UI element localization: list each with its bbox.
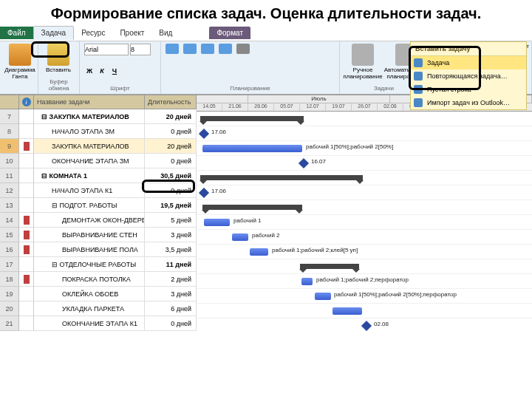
task-name-cell[interactable]: ⊟ ПОДГОТ. РАБОТЫ bbox=[34, 198, 145, 212]
duration-cell[interactable]: 2 дней bbox=[145, 272, 197, 286]
task-bar[interactable] bbox=[332, 307, 362, 315]
duration-cell[interactable]: 6 дней bbox=[145, 301, 197, 316]
task-bar[interactable] bbox=[232, 233, 248, 241]
task-row[interactable]: ВЫРАВНИВАНИЕ ПОЛА3,5 дней bbox=[34, 242, 197, 257]
row-number[interactable]: 16 bbox=[0, 242, 19, 257]
task-name-cell[interactable]: ЗАКУПКА МАТЕРИАЛОВ bbox=[34, 139, 145, 153]
task-bar[interactable] bbox=[202, 145, 302, 152]
row-number[interactable]: 9 bbox=[0, 139, 19, 154]
tab-format[interactable]: Формат bbox=[209, 27, 250, 39]
font-name-select[interactable] bbox=[84, 44, 129, 55]
menu-item-blank[interactable]: Пустая строка bbox=[411, 83, 526, 96]
menu-item-recurring[interactable]: Повторяющаяся задача… bbox=[411, 69, 526, 83]
tab-view[interactable]: Вид bbox=[151, 27, 180, 39]
tab-project[interactable]: Проект bbox=[112, 27, 151, 39]
task-row[interactable]: ЗАКУПКА МАТЕРИАЛОВ20 дней bbox=[34, 139, 197, 154]
task-name-cell[interactable]: ДЕМОНТАЖ ОКОН-ДВЕРЕЙ bbox=[34, 213, 145, 227]
task-name-cell[interactable]: УКЛАДКА ПАРКЕТА bbox=[34, 301, 145, 316]
row-number[interactable]: 10 bbox=[0, 154, 19, 168]
summary-bar[interactable] bbox=[202, 205, 302, 210]
task-row[interactable]: НАЧАЛО ЭТАПА К10 дней bbox=[34, 183, 197, 198]
task-row[interactable]: ⊟ КОМНАТА 130,5 дней bbox=[34, 168, 197, 183]
font-size-select[interactable] bbox=[130, 44, 151, 55]
task-row[interactable]: ОКОНЧАНИЕ ЭТАПА К10 дней bbox=[34, 316, 197, 331]
summary-bar[interactable] bbox=[200, 116, 304, 121]
task-row[interactable]: ⊟ ОТДЕЛОЧНЫЕ РАБОТЫ11 дней bbox=[34, 257, 197, 272]
menu-item-task[interactable]: Задача bbox=[411, 56, 526, 69]
row-number[interactable]: 19 bbox=[0, 287, 19, 301]
task-bar[interactable] bbox=[250, 248, 268, 256]
task-name-cell[interactable]: ВЫРАВНИВАНИЕ СТЕН bbox=[34, 228, 145, 242]
milestone[interactable] bbox=[361, 321, 372, 331]
task-name-cell[interactable]: ⊟ ОТДЕЛОЧНЫЕ РАБОТЫ bbox=[34, 257, 145, 271]
duration-cell[interactable]: 20 дней bbox=[145, 139, 197, 153]
col-header-name[interactable]: Название задачи bbox=[34, 95, 145, 109]
tab-resource[interactable]: Ресурс bbox=[74, 27, 112, 39]
duration-cell[interactable]: 3 дней bbox=[145, 287, 197, 301]
milestone[interactable] bbox=[299, 158, 309, 168]
row-number[interactable]: 8 bbox=[0, 124, 19, 139]
summary-bar[interactable] bbox=[200, 175, 363, 180]
gantt-chart-button[interactable]: Диаграмма Ганта bbox=[4, 44, 35, 81]
duration-cell[interactable]: 5 дней bbox=[145, 213, 197, 227]
task-name-cell[interactable]: ВЫРАВНИВАНИЕ ПОЛА bbox=[34, 242, 145, 256]
milestone[interactable] bbox=[199, 188, 209, 198]
task-row[interactable]: НАЧАЛО ЭТАПА ЗМ0 дней bbox=[34, 124, 197, 139]
italic-button[interactable]: К bbox=[97, 66, 107, 77]
duration-cell[interactable]: 3 дней bbox=[145, 228, 197, 242]
task-row[interactable]: ВЫРАВНИВАНИЕ СТЕН3 дней bbox=[34, 228, 197, 242]
row-number[interactable]: 20 bbox=[0, 301, 19, 316]
task-bar[interactable] bbox=[315, 293, 331, 300]
row-number[interactable]: 13 bbox=[0, 198, 19, 213]
task-row[interactable]: ⊟ ПОДГОТ. РАБОТЫ19,5 дней bbox=[34, 198, 197, 213]
row-number[interactable]: 7 bbox=[0, 109, 19, 124]
duration-cell[interactable]: 3,5 дней bbox=[145, 242, 197, 256]
summary-bar[interactable] bbox=[300, 264, 359, 269]
indent-75-icon[interactable] bbox=[219, 44, 232, 54]
task-row[interactable]: ОКОНЧАНИЕ ЭТАПА ЗМ0 дней bbox=[34, 154, 197, 168]
duration-cell[interactable]: 20 дней bbox=[145, 109, 197, 123]
row-number[interactable]: 21 bbox=[0, 316, 19, 331]
tab-task[interactable]: Задача bbox=[33, 26, 75, 40]
task-name-cell[interactable]: ПОКРАСКА ПОТОЛКА bbox=[34, 272, 145, 286]
duration-cell[interactable]: 0 дней bbox=[145, 154, 197, 168]
link-icon[interactable] bbox=[236, 44, 250, 54]
task-bar[interactable] bbox=[301, 278, 313, 285]
row-number[interactable]: 17 bbox=[0, 257, 19, 272]
milestone[interactable] bbox=[199, 129, 209, 139]
task-row[interactable]: ДЕМОНТАЖ ОКОН-ДВЕРЕЙ5 дней bbox=[34, 213, 197, 228]
task-name-cell[interactable]: ОКОНЧАНИЕ ЭТАПА ЗМ bbox=[34, 154, 145, 168]
underline-button[interactable]: Ч bbox=[109, 66, 120, 77]
gantt-chart-area[interactable]: ИюльАвгуст 14.0521.0628.0605.0712.0719.0… bbox=[197, 95, 532, 331]
paste-button[interactable]: Вставить bbox=[43, 44, 74, 74]
col-header-duration[interactable]: Длительность bbox=[145, 95, 197, 109]
manual-schedule-button[interactable]: Ручное планирование bbox=[344, 44, 381, 81]
duration-cell[interactable]: 0 дней bbox=[145, 124, 197, 138]
task-row[interactable]: ПОКРАСКА ПОТОЛКА2 дней bbox=[34, 272, 197, 287]
task-name-cell[interactable]: ОКОНЧАНИЕ ЭТАПА К1 bbox=[34, 316, 145, 330]
task-name-cell[interactable]: НАЧАЛО ЭТАПА ЗМ bbox=[34, 124, 145, 138]
duration-cell[interactable]: 0 дней bbox=[145, 316, 197, 330]
task-name-cell[interactable]: ⊟ КОМНАТА 1 bbox=[34, 168, 145, 183]
tab-file[interactable]: Файл bbox=[0, 27, 33, 39]
row-number[interactable]: 11 bbox=[0, 168, 19, 183]
row-number[interactable]: 14 bbox=[0, 213, 19, 228]
indent-0-icon[interactable] bbox=[166, 44, 179, 54]
bold-button[interactable]: Ж bbox=[84, 66, 95, 77]
task-row[interactable]: ОКЛЕЙКА ОБОЕВ3 дней bbox=[34, 287, 197, 301]
duration-cell[interactable]: 19,5 дней bbox=[145, 198, 197, 212]
task-row[interactable]: ⊟ ЗАКУПКА МАТЕРИАЛОВ20 дней bbox=[34, 109, 197, 124]
row-number[interactable]: 15 bbox=[0, 228, 19, 242]
duration-cell[interactable]: 11 дней bbox=[145, 257, 197, 271]
duration-cell[interactable]: 0 дней bbox=[145, 183, 197, 197]
task-bar[interactable] bbox=[204, 219, 230, 226]
task-name-cell[interactable]: ОКЛЕЙКА ОБОЕВ bbox=[34, 287, 145, 301]
duration-cell[interactable]: 30,5 дней bbox=[145, 168, 197, 183]
menu-item-outlook[interactable]: Импорт задач из Outlook… bbox=[411, 96, 526, 109]
row-number[interactable]: 18 bbox=[0, 272, 19, 287]
indent-25-icon[interactable] bbox=[183, 44, 197, 54]
indent-50-icon[interactable] bbox=[201, 44, 214, 54]
task-row[interactable]: УКЛАДКА ПАРКЕТА6 дней bbox=[34, 301, 197, 316]
row-number[interactable]: 12 bbox=[0, 183, 19, 198]
task-name-cell[interactable]: НАЧАЛО ЭТАПА К1 bbox=[34, 183, 145, 197]
